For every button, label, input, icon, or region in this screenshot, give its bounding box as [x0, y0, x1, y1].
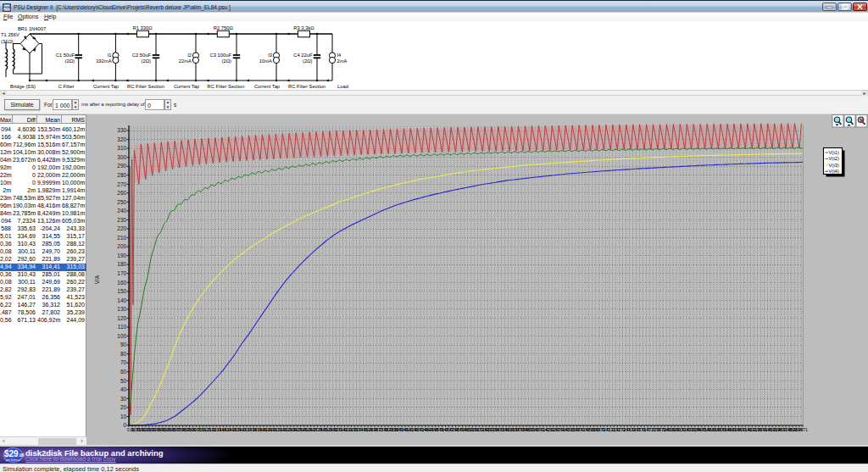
svg-text:RC Filter Section: RC Filter Section — [127, 84, 164, 89]
svg-text:V(t2): V(t2) — [829, 156, 839, 161]
svg-text:C2 50uF: C2 50uF — [132, 53, 152, 58]
svg-text:Bridge (SS): Bridge (SS) — [10, 84, 36, 89]
svg-text:110: 110 — [118, 324, 127, 330]
svg-text:Load: Load — [337, 84, 348, 89]
svg-text:190: 190 — [117, 253, 126, 258]
svg-text:310: 310 — [117, 145, 126, 151]
svg-text:200: 200 — [117, 243, 126, 249]
svg-text:22mA: 22mA — [179, 58, 192, 64]
svg-text:V/A: V/A — [94, 275, 100, 284]
svg-text:230: 230 — [117, 217, 126, 223]
svg-text:170: 170 — [117, 270, 126, 276]
svg-text:(2Ω): (2Ω) — [142, 58, 151, 64]
svg-text:V(t1): V(t1) — [829, 150, 839, 155]
svg-text:R1 330Ω: R1 330Ω — [132, 25, 153, 31]
svg-text:(2Ω): (2Ω) — [65, 58, 75, 64]
svg-text:320: 320 — [117, 136, 126, 142]
svg-text:192mA: 192mA — [96, 58, 112, 64]
svg-text:V(t4): V(t4) — [829, 169, 839, 174]
svg-text:R3 3,3kΩ: R3 3,3kΩ — [293, 25, 314, 31]
svg-text:BR1 1N4007: BR1 1N4007 — [18, 26, 46, 31]
svg-text:C1 50uF: C1 50uF — [56, 53, 75, 58]
svg-text:I4: I4 — [337, 53, 342, 58]
svg-text:260: 260 — [117, 190, 126, 196]
svg-text:60: 60 — [120, 369, 127, 375]
svg-text:I2: I2 — [187, 53, 192, 58]
svg-text:50: 50 — [120, 378, 127, 384]
svg-text:I3: I3 — [268, 53, 272, 58]
svg-text:20: 20 — [120, 404, 127, 410]
svg-text:90: 90 — [120, 342, 127, 347]
svg-text:Current Tap: Current Tap — [174, 84, 199, 89]
svg-text:Current Tap: Current Tap — [254, 84, 280, 89]
svg-text:C Filter: C Filter — [58, 84, 75, 89]
svg-text:330: 330 — [117, 127, 126, 133]
svg-text:280: 280 — [117, 172, 126, 178]
svg-text:270: 270 — [117, 181, 126, 187]
svg-text:100: 100 — [117, 333, 126, 339]
svg-text:140: 140 — [117, 297, 126, 303]
svg-text:0,9971: 0,9971 — [793, 427, 808, 432]
svg-text:250: 250 — [117, 199, 126, 205]
svg-text:(2Ω): (2Ω) — [303, 58, 312, 64]
svg-text:C3 100uF: C3 100uF — [210, 53, 232, 58]
svg-text:30: 30 — [120, 396, 127, 402]
svg-text:70: 70 — [120, 359, 127, 365]
svg-text:180: 180 — [117, 261, 126, 267]
svg-text:240: 240 — [117, 208, 126, 214]
svg-text:10: 10 — [120, 414, 127, 419]
svg-text:300: 300 — [117, 154, 126, 160]
svg-text:160: 160 — [117, 280, 126, 286]
svg-text:V(t3): V(t3) — [829, 163, 839, 168]
svg-text:(31Ω): (31Ω) — [1, 39, 14, 44]
svg-text:I1: I1 — [108, 53, 112, 58]
svg-text:40: 40 — [120, 386, 127, 392]
svg-text:120: 120 — [117, 315, 126, 321]
svg-text:290: 290 — [117, 163, 126, 169]
svg-text:(2Ω): (2Ω) — [222, 58, 231, 64]
svg-text:130: 130 — [117, 306, 126, 312]
svg-text:150: 150 — [117, 288, 126, 294]
svg-text:80: 80 — [120, 351, 127, 357]
svg-text:RC Filter Section: RC Filter Section — [288, 84, 326, 89]
svg-text:T1 256V: T1 256V — [1, 32, 19, 37]
svg-text:R2 750Ω: R2 750Ω — [214, 25, 234, 31]
svg-text:RC Filter Section: RC Filter Section — [208, 84, 245, 89]
svg-text:C4 22uF: C4 22uF — [293, 53, 313, 58]
svg-text:210: 210 — [117, 235, 126, 241]
svg-text:2mA: 2mA — [337, 58, 348, 64]
svg-text:220: 220 — [117, 225, 126, 231]
svg-text:Current Tap: Current Tap — [93, 84, 119, 89]
svg-text:10mA: 10mA — [259, 58, 272, 64]
